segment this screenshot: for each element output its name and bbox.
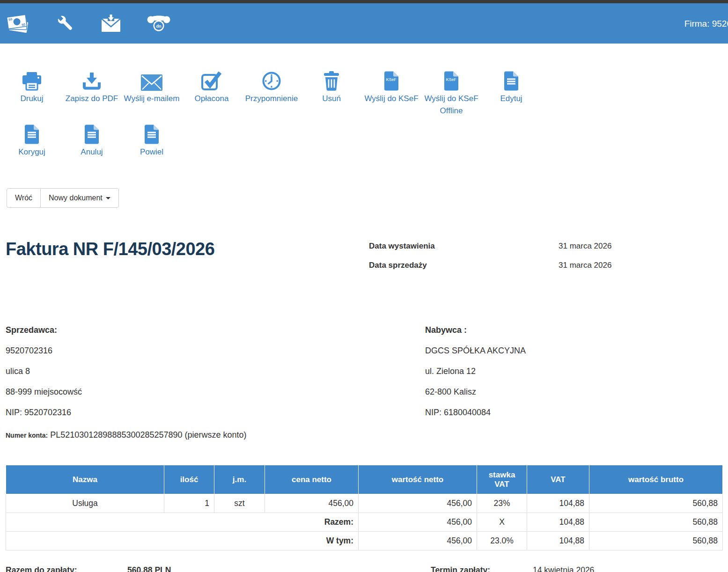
seller-name: 9520702316	[6, 345, 425, 356]
buyer-street: ul. Zielona 12	[425, 366, 728, 376]
check-square-icon	[201, 70, 222, 91]
reminder-button[interactable]: Przypomnienie	[242, 70, 301, 105]
header-wartosc-brutto: wartość brutto	[589, 465, 723, 494]
invoice-header: Faktura NR F/145/03/2026 Data wystawieni…	[0, 238, 728, 285]
svg-text:KSeF: KSeF	[446, 77, 456, 82]
account-number-label: Numer konta:	[6, 432, 48, 439]
cancel-button[interactable]: Anuluj	[62, 124, 122, 158]
parties-section: Sprzedawca: 9520702316 ulica 8 88-999 mi…	[0, 325, 728, 443]
issue-date-label: Data wystawienia	[369, 242, 559, 251]
ksef-file-icon: KSeF	[383, 70, 399, 91]
phone-dn-icon[interactable]: dn	[146, 14, 171, 33]
item-name: Usługa	[6, 494, 164, 513]
table-summary-row-wtym: W tym: 456,00 23.0% 104,88 560,88	[6, 532, 723, 550]
issue-date-row: Data wystawienia31 marca 2026	[369, 242, 706, 261]
svg-text:dn: dn	[156, 24, 162, 29]
header-ilosc: ilość	[164, 465, 214, 494]
header-wartosc-netto: wartość netto	[359, 465, 477, 494]
back-button[interactable]: Wróć	[7, 188, 41, 208]
svg-text:KSeF: KSeF	[386, 77, 397, 82]
print-button[interactable]: Drukuj	[2, 70, 62, 105]
table-header-row: Nazwa ilość j.m. cena netto wartość nett…	[6, 465, 723, 494]
envelope-icon	[141, 70, 162, 91]
clock-icon	[262, 70, 281, 91]
seller-street: ulica 8	[6, 366, 425, 376]
toolbar-label: Opłacona	[195, 93, 229, 105]
header-nazwa: Nazwa	[6, 465, 164, 494]
summary-vat-amount: 104,88	[527, 513, 589, 532]
seller-nip: NIP: 9520702316	[6, 407, 425, 418]
payment-deadline-value: 14 kwietnia 2026	[533, 565, 594, 572]
correct-button[interactable]: Koryguj	[2, 124, 62, 158]
trash-icon	[323, 70, 340, 91]
sale-date-row: Data sprzedaży31 marca 2026	[369, 261, 706, 280]
delete-button[interactable]: Usuń	[301, 70, 361, 105]
svg-text:50: 50	[22, 23, 26, 27]
payment-deadline-label: Termin zapłaty:	[431, 565, 490, 572]
new-document-dropdown[interactable]: Nowy dokument	[40, 188, 119, 208]
paid-button[interactable]: Opłacona	[182, 70, 242, 105]
mail-download-icon[interactable]	[101, 15, 121, 32]
total-due-label: Razem do zapłaty:	[6, 565, 77, 572]
buyer-name: DGCS SPÓŁKA AKCYJNA	[425, 345, 728, 356]
seller-block: Sprzedawca: 9520702316 ulica 8 88-999 mi…	[0, 325, 425, 443]
item-net-value: 456,00	[359, 494, 477, 513]
chevron-down-icon	[106, 197, 110, 199]
buyer-nip: NIP: 6180040084	[425, 407, 728, 418]
wrench-icon[interactable]	[55, 13, 76, 34]
top-navigation-bar: 50 50 dn F	[0, 3, 728, 44]
total-due-value: 560,88 PLN	[127, 565, 171, 572]
toolbar-label: Koryguj	[18, 146, 45, 158]
banknotes-icon[interactable]: 50 50	[6, 13, 30, 34]
buyer-city: 62-800 Kalisz	[425, 387, 728, 397]
send-ksef-button[interactable]: KSeF Wyślij do KSeF	[361, 70, 421, 105]
account-number-value: PL52103012898885300285257890 (pierwsze k…	[50, 430, 246, 440]
send-email-button[interactable]: Wyślij e-mailem	[122, 70, 182, 105]
toolbar-label: Edytuj	[500, 93, 522, 105]
edit-button[interactable]: Edytuj	[481, 70, 541, 105]
totals-row: Razem do zapłaty: 560,88 PLN Termin zapł…	[0, 565, 728, 572]
company-label: Firma: 9520	[684, 19, 728, 29]
ksef-file-icon: KSeF	[443, 70, 459, 91]
summary-vat-rate: X	[477, 513, 527, 532]
send-ksef-offline-button[interactable]: KSeF Wyślij do KSeF Offline	[421, 70, 481, 117]
header-vat: VAT	[527, 465, 589, 494]
printer-icon	[22, 70, 42, 91]
new-document-label: Nowy dokument	[49, 194, 103, 202]
duplicate-button[interactable]: Powiel	[122, 124, 182, 158]
toolbar-row-2: Koryguj Anuluj Powiel	[0, 124, 728, 158]
sale-date-label: Data sprzedaży	[369, 261, 559, 270]
item-vat-amount: 104,88	[527, 494, 589, 513]
buyer-block: Nabywca : DGCS SPÓŁKA AKCYJNA ul. Zielon…	[425, 325, 728, 443]
header-stawka-vat: stawka VAT	[477, 465, 527, 494]
toolbar-label: Przypomnienie	[245, 93, 298, 105]
toolbar-label: Drukuj	[20, 93, 43, 105]
header-cena-netto: cena netto	[265, 465, 359, 494]
summary-net-value: 456,00	[359, 513, 477, 532]
table-summary-row-razem: Razem: 456,00 X 104,88 560,88	[6, 513, 723, 532]
sale-date-value: 31 marca 2026	[559, 261, 611, 270]
file-text-icon	[503, 70, 519, 91]
summary-net-value: 456,00	[359, 532, 477, 550]
summary-gross-value: 560,88	[589, 513, 723, 532]
buyer-label: Nabywca :	[425, 325, 728, 335]
file-text-icon	[24, 124, 40, 144]
toolbar-label: Wyślij do KSeF Offline	[421, 93, 481, 117]
window-top-strip	[0, 0, 728, 3]
toolbar-label: Powiel	[140, 146, 163, 158]
summary-vat-rate: 23.0%	[477, 532, 527, 550]
item-unit: szt	[214, 494, 265, 513]
item-vat-rate: 23%	[477, 494, 527, 513]
toolbar-label: Zapisz do PDF	[66, 93, 118, 105]
download-icon	[82, 70, 101, 91]
items-table: Nazwa ilość j.m. cena netto wartość nett…	[6, 465, 723, 550]
table-row: Usługa 1 szt 456,00 456,00 23% 104,88 56…	[6, 494, 723, 513]
save-pdf-button[interactable]: Zapisz do PDF	[62, 70, 122, 105]
file-text-icon	[84, 124, 100, 144]
svg-text:50: 50	[8, 17, 13, 21]
summary-vat-amount: 104,88	[527, 532, 589, 550]
toolbar-label: Usuń	[322, 93, 341, 105]
issue-date-value: 31 marca 2026	[559, 242, 611, 250]
header-jm: j.m.	[214, 465, 265, 494]
file-text-icon	[144, 124, 160, 144]
